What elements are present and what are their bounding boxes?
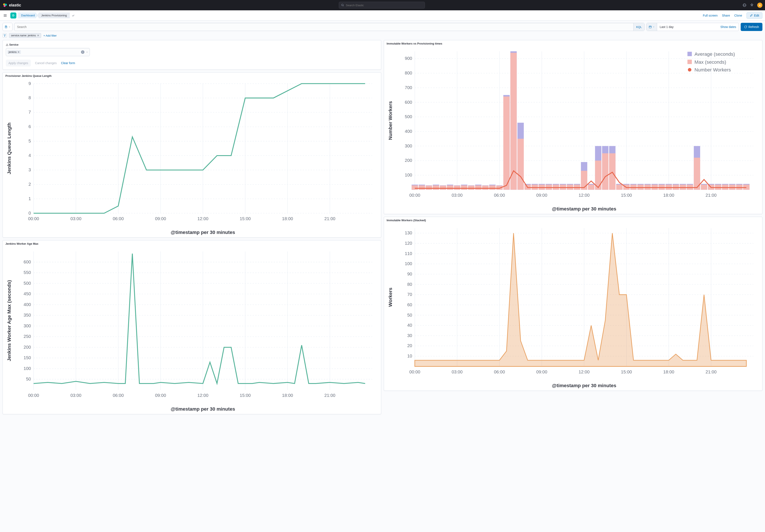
panel-title: Immutable Workers vs Provisioning times (384, 40, 762, 47)
svg-text:4: 4 (28, 153, 31, 158)
global-search-input[interactable] (346, 4, 422, 7)
svg-text:250: 250 (24, 334, 31, 339)
svg-text:130: 130 (405, 230, 412, 235)
svg-text:500: 500 (24, 281, 31, 286)
svg-text:12:00: 12:00 (579, 193, 590, 197)
svg-text:@timestamp per 30 minutes: @timestamp per 30 minutes (171, 230, 235, 235)
global-header: elastic e (0, 0, 765, 10)
svg-text:50: 50 (407, 313, 412, 317)
svg-rect-137 (433, 185, 439, 190)
service-combobox[interactable]: jenkins ✕ (6, 48, 90, 56)
svg-rect-149 (475, 185, 481, 190)
svg-text:09:00: 09:00 (155, 216, 166, 221)
chevron-down-icon (653, 26, 655, 28)
svg-line-4 (343, 6, 344, 6)
remove-filter-icon[interactable]: ✕ (37, 34, 39, 37)
svg-text:Number Workers: Number Workers (388, 101, 393, 140)
svg-text:8: 8 (28, 95, 31, 100)
clear-all-icon[interactable] (81, 50, 84, 54)
svg-text:450: 450 (24, 292, 31, 296)
filter-options-button[interactable] (3, 33, 7, 38)
clear-form-button[interactable]: Clear form (61, 61, 75, 65)
svg-text:60: 60 (407, 302, 412, 307)
clone-button[interactable]: Clone (734, 14, 742, 17)
panel-title: Jenkins Worker Age Max (3, 240, 381, 247)
date-quick-select[interactable] (646, 23, 657, 31)
service-tag-jenkins[interactable]: jenkins ✕ (7, 50, 21, 54)
svg-text:1: 1 (28, 196, 31, 201)
svg-point-3 (342, 4, 343, 6)
space-selector[interactable]: D (10, 12, 16, 19)
svg-rect-9 (649, 26, 651, 28)
svg-text:110: 110 (405, 251, 412, 256)
chevron-down-icon[interactable] (86, 51, 88, 53)
kql-toggle[interactable]: KQL (633, 23, 644, 31)
svg-text:00:00: 00:00 (409, 370, 420, 374)
svg-text:Average (seconds): Average (seconds) (695, 51, 735, 57)
svg-text:700: 700 (405, 85, 412, 90)
panel-title: Provisioner Jenkins Queue Length (3, 73, 381, 79)
filter-bar: service.name: jenkins ✕ + Add filter (0, 33, 765, 40)
calendar-icon (649, 25, 652, 28)
help-icon[interactable] (750, 3, 754, 7)
share-button[interactable]: Share (722, 14, 730, 17)
svg-text:21:00: 21:00 (324, 393, 335, 398)
svg-text:15:00: 15:00 (240, 216, 251, 221)
edit-button[interactable]: Edit (746, 12, 762, 19)
svg-text:400: 400 (405, 129, 412, 133)
svg-text:21:00: 21:00 (706, 370, 717, 374)
svg-point-232 (688, 68, 691, 72)
svg-rect-157 (503, 97, 509, 190)
svg-text:70: 70 (407, 292, 412, 297)
svg-text:Max (seconds): Max (seconds) (695, 59, 726, 65)
breadcrumb-dashboard[interactable]: Dashboard (18, 12, 38, 18)
svg-text:90: 90 (407, 272, 412, 276)
svg-text:200: 200 (405, 158, 412, 163)
svg-text:09:00: 09:00 (536, 370, 547, 374)
svg-rect-145 (461, 185, 467, 190)
svg-text:18:00: 18:00 (282, 216, 293, 221)
svg-text:400: 400 (24, 302, 31, 307)
refresh-button[interactable]: Refresh (741, 23, 762, 31)
svg-text:300: 300 (405, 143, 412, 148)
svg-rect-185 (602, 153, 608, 190)
nav-toggle-button[interactable] (3, 13, 8, 18)
svg-text:10: 10 (407, 354, 412, 358)
svg-text:0: 0 (28, 211, 31, 215)
svg-text:Number Workers: Number Workers (695, 67, 731, 73)
svg-rect-230 (687, 60, 692, 64)
user-avatar[interactable]: e (757, 3, 762, 8)
filter-pill-service-name[interactable]: service.name: jenkins ✕ (9, 33, 41, 38)
svg-text:40: 40 (407, 323, 412, 328)
show-dates-button[interactable]: Show dates (718, 25, 739, 29)
svg-text:00:00: 00:00 (28, 216, 39, 221)
svg-text:06:00: 06:00 (113, 393, 124, 398)
svg-text:2: 2 (28, 182, 31, 186)
add-filter-button[interactable]: + Add filter (43, 34, 57, 37)
panel-stacked: Immutable Workers (Stacked) 102030405060… (384, 217, 762, 391)
elastic-logo[interactable]: elastic (3, 3, 21, 8)
svg-text:06:00: 06:00 (494, 193, 505, 197)
svg-text:09:00: 09:00 (155, 393, 166, 398)
full-screen-button[interactable]: Full screen (703, 14, 717, 17)
query-input[interactable] (14, 25, 633, 29)
svg-rect-139 (440, 186, 446, 190)
date-range-text[interactable]: Last 1 day (657, 25, 718, 29)
svg-rect-213 (701, 185, 707, 190)
saved-query-button[interactable] (3, 23, 12, 31)
remove-tag-icon[interactable]: ✕ (17, 51, 20, 54)
date-picker: Last 1 day Show dates (646, 23, 739, 31)
save-icon (5, 25, 8, 28)
query-bar: KQL Last 1 day Show dates Refresh (0, 21, 765, 33)
svg-text:18:00: 18:00 (663, 193, 674, 197)
svg-text:06:00: 06:00 (494, 370, 505, 374)
svg-text:21:00: 21:00 (324, 216, 335, 221)
svg-rect-143 (454, 186, 460, 190)
newsfeed-icon[interactable] (743, 3, 746, 7)
svg-text:00:00: 00:00 (409, 193, 420, 197)
svg-text:600: 600 (24, 260, 31, 264)
global-search[interactable] (339, 2, 425, 9)
svg-rect-159 (510, 53, 517, 190)
svg-rect-189 (616, 185, 622, 190)
svg-text:@timestamp per 30 minutes: @timestamp per 30 minutes (171, 406, 235, 412)
